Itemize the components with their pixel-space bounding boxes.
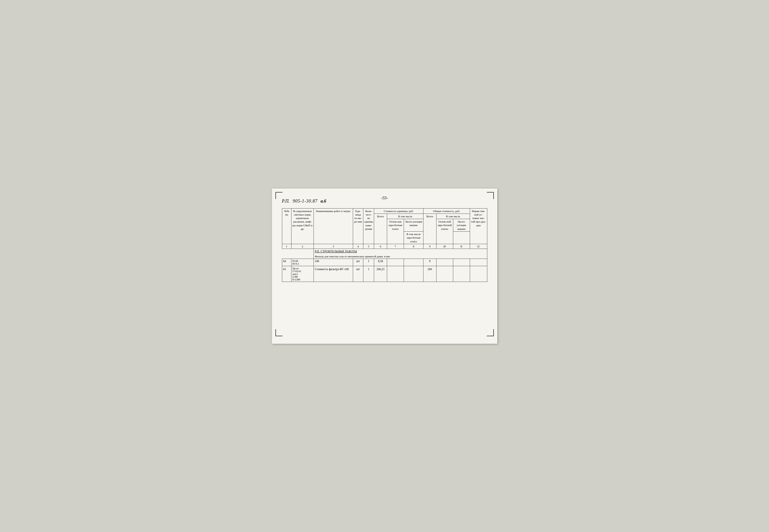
col-header-norm-prod: Норма тив-ной ус-ловно чис-той про-дук-ц… <box>470 208 487 244</box>
col-header-base-wage: Основ-ная зара-ботная плата <box>387 219 404 244</box>
col-num-10: I0 <box>436 244 453 249</box>
col-num-12: I2 <box>470 244 487 249</box>
row1-total-unit: 8,58 <box>374 259 387 266</box>
col-num-5: 5 <box>363 244 374 249</box>
col-header-exploit2-wage <box>453 231 470 244</box>
row2-exploit <box>404 266 423 282</box>
row1-name: 100 <box>314 259 353 266</box>
section-title-spacer <box>282 249 314 254</box>
row1-total-all: 9 <box>423 259 436 266</box>
row1-base-wage2 <box>436 259 453 266</box>
col-header-incl-unit: В том числе <box>387 214 423 219</box>
col-num-11: II <box>453 244 470 249</box>
corner-bracket-bl <box>275 329 282 336</box>
table-row: 65 Пр-нт I7-03-01 доп.I п.I90 К-I,098 Ст… <box>282 266 487 282</box>
row2-norm-prod <box>470 266 487 282</box>
row2-base-wage2 <box>436 266 453 282</box>
col-numbers-row: I 2 3 4 5 6 7 8 9 I0 II I2 <box>282 244 487 249</box>
col-num-1: I <box>282 244 291 249</box>
row1-norm-prod <box>470 259 487 266</box>
corner-bracket-tl <box>275 192 282 199</box>
col-num-8: 8 <box>404 244 423 249</box>
row1-exploit2 <box>453 259 470 266</box>
row1-exploit <box>404 259 423 266</box>
header-prefix: Р.П. <box>282 199 290 204</box>
empty-row <box>282 282 487 297</box>
col-header-exploit: Экспл-уатация машин <box>404 219 423 232</box>
subsection-title-row: Фильтр для очистки газа от механических … <box>282 254 487 259</box>
col-num-3: 3 <box>314 244 353 249</box>
col-header-unit: Еди-ница из-ме-ре-ния <box>353 208 363 244</box>
col-num-4: 4 <box>353 244 363 249</box>
header-sheet: а.6 <box>321 199 326 204</box>
row1-num: 64 <box>282 259 291 266</box>
row2-qty: I <box>363 266 374 282</box>
main-table: №№пп № укрупненных сметных норм, единичн… <box>282 208 487 297</box>
header-code: 905-1-30.87 <box>293 199 318 204</box>
col-num-6: 6 <box>374 244 387 249</box>
col-header-norm: № укрупненных сметных норм, единичных ра… <box>291 208 314 244</box>
section-title: Р.П. СТРОИТЕЛЬНЫЕ РАБОТЫ <box>314 249 487 254</box>
table-row: 64 I9-60 I9-9-2 100 шт I 8,58 9 <box>282 259 487 266</box>
col-header-num: №№пп <box>282 208 291 244</box>
row2-base-wage <box>387 266 404 282</box>
header-row-1: №№пп № укрупненных сметных норм, единичн… <box>282 208 487 214</box>
col-num-2: 2 <box>291 244 314 249</box>
col-num-9: 9 <box>423 244 436 249</box>
row2-total-all: 260 <box>423 266 436 282</box>
row1-qty: I <box>363 259 374 266</box>
col-header-total-all: Всего <box>423 214 436 244</box>
col-header-incl-total: В том числе <box>436 214 470 219</box>
page-number: -55- <box>381 196 388 201</box>
section-title-row: Р.П. СТРОИТЕЛЬНЫЕ РАБОТЫ <box>282 249 487 254</box>
subsection-title: Фильтр для очистки газа от механических … <box>314 254 487 259</box>
row1-norm: I9-60 I9-9-2 <box>291 259 314 266</box>
row2-num: 65 <box>282 266 291 282</box>
col-header-exploit2: Экспл-уатации машин <box>453 219 470 232</box>
row2-norm: Пр-нт I7-03-01 доп.I п.I90 К-I,098 <box>291 266 314 282</box>
col-header-qty: Коли-чест-во единиц изме-рения <box>363 208 374 244</box>
row2-total-unit: 260,23 <box>374 266 387 282</box>
col-header-base-wage2: Основ-ной зара-ботной платы <box>436 219 453 244</box>
corner-bracket-tr <box>487 192 494 199</box>
col-header-cost-unit-group: Стоимость единицы, руб. <box>374 208 423 214</box>
corner-bracket-br <box>487 329 494 336</box>
row1-unit: шт <box>353 259 363 266</box>
row2-unit: шт <box>353 266 363 282</box>
page: Р.П. 905-1-30.87 а.6 -55- №№пп № укрупне… <box>272 189 497 344</box>
row2-name: Стоимость фильтра ФГ-100 <box>314 266 353 282</box>
col-header-cost-total-group: Общая стоимость, руб. <box>423 208 470 214</box>
col-header-name: Наименование работ и затрат <box>314 208 353 244</box>
col-header-exploit-wage: В том числе зара-ботная плата <box>404 231 423 244</box>
row2-exploit2 <box>453 266 470 282</box>
col-header-total-unit: Всего <box>374 214 387 244</box>
col-num-7: 7 <box>387 244 404 249</box>
subsection-spacer <box>282 254 314 259</box>
row1-base-wage <box>387 259 404 266</box>
